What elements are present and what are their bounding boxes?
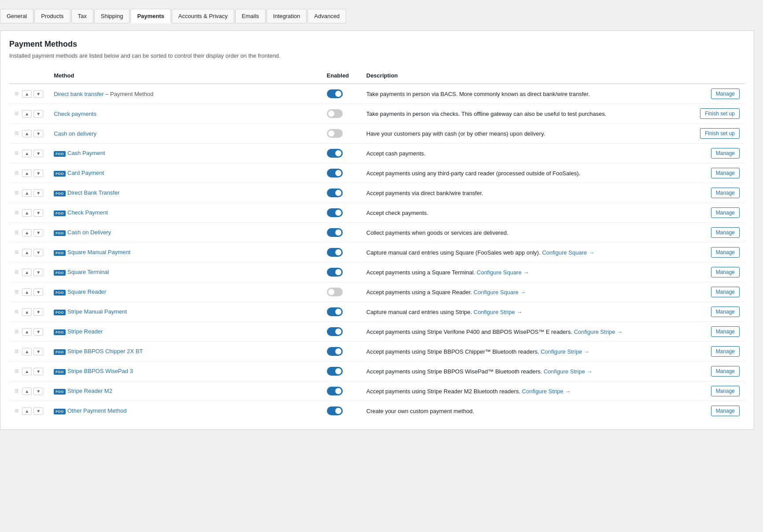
drag-grip-icon[interactable]: ≡: [15, 328, 19, 336]
enabled-toggle[interactable]: [327, 149, 343, 158]
move-up-button[interactable]: ▲: [22, 189, 32, 197]
move-up-button[interactable]: ▲: [22, 388, 32, 395]
move-down-button[interactable]: ▼: [33, 308, 43, 316]
manage-button[interactable]: Manage: [711, 346, 740, 357]
move-down-button[interactable]: ▼: [33, 388, 43, 395]
manage-button[interactable]: Manage: [711, 247, 740, 258]
tab-general[interactable]: General: [0, 9, 33, 23]
move-up-button[interactable]: ▲: [22, 249, 32, 256]
move-up-button[interactable]: ▲: [22, 170, 32, 177]
drag-grip-icon[interactable]: ≡: [15, 189, 19, 197]
method-link[interactable]: Other Payment Method: [67, 407, 126, 414]
enabled-toggle[interactable]: [327, 129, 343, 138]
enabled-toggle[interactable]: [327, 268, 343, 277]
drag-grip-icon[interactable]: ≡: [15, 268, 19, 276]
configure-link[interactable]: Configure Stripe →: [574, 329, 623, 335]
drag-grip-icon[interactable]: ≡: [15, 387, 19, 395]
configure-link[interactable]: Configure Square →: [474, 289, 526, 296]
move-down-button[interactable]: ▼: [33, 90, 43, 98]
configure-link[interactable]: Configure Stripe →: [541, 348, 589, 355]
method-link[interactable]: Cash Payment: [67, 150, 105, 156]
move-down-button[interactable]: ▼: [33, 348, 43, 355]
method-link[interactable]: Card Payment: [67, 170, 104, 176]
drag-grip-icon[interactable]: ≡: [15, 288, 19, 296]
method-link[interactable]: Direct bank transfer: [54, 91, 104, 97]
move-up-button[interactable]: ▲: [22, 348, 32, 355]
move-up-button[interactable]: ▲: [22, 269, 32, 276]
configure-link[interactable]: Configure Square →: [542, 249, 594, 256]
tab-accounts---privacy[interactable]: Accounts & Privacy: [172, 9, 234, 23]
manage-button[interactable]: Manage: [711, 267, 740, 277]
finish-setup-button[interactable]: Finish set up: [700, 108, 740, 119]
move-up-button[interactable]: ▲: [22, 110, 32, 118]
manage-button[interactable]: Manage: [711, 89, 740, 99]
method-link[interactable]: Check Payment: [67, 209, 108, 216]
move-down-button[interactable]: ▼: [33, 150, 43, 157]
move-up-button[interactable]: ▲: [22, 130, 32, 137]
method-link[interactable]: Square Reader: [67, 288, 106, 295]
drag-grip-icon[interactable]: ≡: [15, 209, 19, 217]
move-down-button[interactable]: ▼: [33, 328, 43, 336]
drag-grip-icon[interactable]: ≡: [15, 308, 19, 316]
manage-button[interactable]: Manage: [711, 406, 740, 416]
move-down-button[interactable]: ▼: [33, 209, 43, 217]
move-down-button[interactable]: ▼: [33, 368, 43, 375]
move-up-button[interactable]: ▲: [22, 90, 32, 98]
move-up-button[interactable]: ▲: [22, 209, 32, 217]
manage-button[interactable]: Manage: [711, 326, 740, 337]
finish-setup-button[interactable]: Finish set up: [700, 128, 740, 139]
tab-products[interactable]: Products: [34, 9, 70, 23]
tab-integration[interactable]: Integration: [267, 9, 307, 23]
move-up-button[interactable]: ▲: [22, 368, 32, 375]
manage-button[interactable]: Manage: [711, 227, 740, 238]
enabled-toggle[interactable]: [327, 288, 343, 296]
method-link[interactable]: Stripe BBPOS Chipper 2X BT: [67, 348, 143, 355]
enabled-toggle[interactable]: [327, 109, 343, 118]
enabled-toggle[interactable]: [327, 188, 343, 197]
move-up-button[interactable]: ▲: [22, 150, 32, 157]
move-down-button[interactable]: ▼: [33, 288, 43, 296]
move-up-button[interactable]: ▲: [22, 308, 32, 316]
move-up-button[interactable]: ▲: [22, 288, 32, 296]
move-down-button[interactable]: ▼: [33, 110, 43, 118]
drag-grip-icon[interactable]: ≡: [15, 229, 19, 236]
enabled-toggle[interactable]: [327, 327, 343, 336]
move-up-button[interactable]: ▲: [22, 328, 32, 336]
drag-grip-icon[interactable]: ≡: [15, 110, 19, 118]
move-up-button[interactable]: ▲: [22, 407, 32, 415]
move-up-button[interactable]: ▲: [22, 229, 32, 236]
configure-link[interactable]: Configure Stripe →: [474, 309, 522, 315]
manage-button[interactable]: Manage: [711, 366, 740, 377]
enabled-toggle[interactable]: [327, 208, 343, 217]
drag-grip-icon[interactable]: ≡: [15, 149, 19, 157]
method-link[interactable]: Square Terminal: [67, 269, 109, 275]
enabled-toggle[interactable]: [327, 89, 343, 98]
method-link[interactable]: Square Manual Payment: [67, 249, 130, 255]
manage-button[interactable]: Manage: [711, 386, 740, 396]
drag-grip-icon[interactable]: ≡: [15, 90, 19, 98]
move-down-button[interactable]: ▼: [33, 170, 43, 177]
enabled-toggle[interactable]: [327, 169, 343, 177]
tab-advanced[interactable]: Advanced: [307, 9, 346, 23]
manage-button[interactable]: Manage: [711, 188, 740, 198]
enabled-toggle[interactable]: [327, 228, 343, 237]
method-link[interactable]: Direct Bank Transfer: [67, 189, 120, 196]
configure-link[interactable]: Configure Square →: [477, 269, 529, 276]
drag-grip-icon[interactable]: ≡: [15, 347, 19, 355]
enabled-toggle[interactable]: [327, 248, 343, 257]
method-link[interactable]: Cash on Delivery: [67, 229, 111, 236]
manage-button[interactable]: Manage: [711, 168, 740, 178]
move-down-button[interactable]: ▼: [33, 269, 43, 276]
move-down-button[interactable]: ▼: [33, 249, 43, 256]
drag-grip-icon[interactable]: ≡: [15, 169, 19, 177]
drag-grip-icon[interactable]: ≡: [15, 407, 19, 415]
manage-button[interactable]: Manage: [711, 148, 740, 159]
tab-tax[interactable]: Tax: [71, 9, 93, 23]
move-down-button[interactable]: ▼: [33, 407, 43, 415]
manage-button[interactable]: Manage: [711, 307, 740, 317]
enabled-toggle[interactable]: [327, 387, 343, 395]
configure-link[interactable]: Configure Stripe →: [522, 388, 571, 395]
enabled-toggle[interactable]: [327, 307, 343, 316]
method-link[interactable]: Stripe BBPOS WisePad 3: [67, 368, 133, 374]
method-link[interactable]: Stripe Manual Payment: [67, 308, 127, 315]
